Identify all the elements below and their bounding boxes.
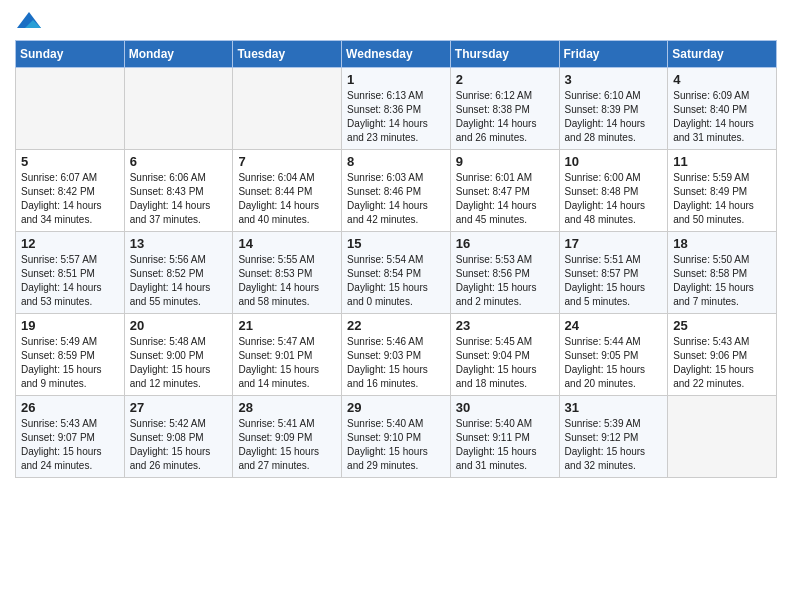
day-info: Sunrise: 5:49 AM Sunset: 8:59 PM Dayligh… <box>21 335 119 391</box>
day-number: 5 <box>21 154 119 169</box>
day-info: Sunrise: 5:44 AM Sunset: 9:05 PM Dayligh… <box>565 335 663 391</box>
day-info: Sunrise: 6:13 AM Sunset: 8:36 PM Dayligh… <box>347 89 445 145</box>
day-number: 21 <box>238 318 336 333</box>
day-number: 29 <box>347 400 445 415</box>
day-info: Sunrise: 5:53 AM Sunset: 8:56 PM Dayligh… <box>456 253 554 309</box>
day-number: 27 <box>130 400 228 415</box>
calendar-cell: 8Sunrise: 6:03 AM Sunset: 8:46 PM Daylig… <box>342 150 451 232</box>
day-number: 23 <box>456 318 554 333</box>
day-info: Sunrise: 5:43 AM Sunset: 9:07 PM Dayligh… <box>21 417 119 473</box>
calendar-cell: 13Sunrise: 5:56 AM Sunset: 8:52 PM Dayli… <box>124 232 233 314</box>
calendar-cell: 10Sunrise: 6:00 AM Sunset: 8:48 PM Dayli… <box>559 150 668 232</box>
calendar-cell: 18Sunrise: 5:50 AM Sunset: 8:58 PM Dayli… <box>668 232 777 314</box>
calendar-table: SundayMondayTuesdayWednesdayThursdayFrid… <box>15 40 777 478</box>
day-info: Sunrise: 6:06 AM Sunset: 8:43 PM Dayligh… <box>130 171 228 227</box>
calendar-cell: 12Sunrise: 5:57 AM Sunset: 8:51 PM Dayli… <box>16 232 125 314</box>
day-info: Sunrise: 5:41 AM Sunset: 9:09 PM Dayligh… <box>238 417 336 473</box>
calendar-cell: 15Sunrise: 5:54 AM Sunset: 8:54 PM Dayli… <box>342 232 451 314</box>
day-number: 22 <box>347 318 445 333</box>
calendar-cell: 25Sunrise: 5:43 AM Sunset: 9:06 PM Dayli… <box>668 314 777 396</box>
day-number: 11 <box>673 154 771 169</box>
day-info: Sunrise: 5:40 AM Sunset: 9:10 PM Dayligh… <box>347 417 445 473</box>
calendar-cell: 5Sunrise: 6:07 AM Sunset: 8:42 PM Daylig… <box>16 150 125 232</box>
day-info: Sunrise: 5:56 AM Sunset: 8:52 PM Dayligh… <box>130 253 228 309</box>
logo-icon <box>15 10 43 32</box>
day-info: Sunrise: 5:50 AM Sunset: 8:58 PM Dayligh… <box>673 253 771 309</box>
day-number: 7 <box>238 154 336 169</box>
day-info: Sunrise: 6:07 AM Sunset: 8:42 PM Dayligh… <box>21 171 119 227</box>
day-number: 3 <box>565 72 663 87</box>
day-info: Sunrise: 5:51 AM Sunset: 8:57 PM Dayligh… <box>565 253 663 309</box>
weekday-header-wednesday: Wednesday <box>342 41 451 68</box>
day-info: Sunrise: 5:42 AM Sunset: 9:08 PM Dayligh… <box>130 417 228 473</box>
day-info: Sunrise: 6:01 AM Sunset: 8:47 PM Dayligh… <box>456 171 554 227</box>
day-info: Sunrise: 5:59 AM Sunset: 8:49 PM Dayligh… <box>673 171 771 227</box>
weekday-header-saturday: Saturday <box>668 41 777 68</box>
day-number: 8 <box>347 154 445 169</box>
day-info: Sunrise: 5:54 AM Sunset: 8:54 PM Dayligh… <box>347 253 445 309</box>
day-number: 20 <box>130 318 228 333</box>
day-info: Sunrise: 5:48 AM Sunset: 9:00 PM Dayligh… <box>130 335 228 391</box>
calendar-cell: 19Sunrise: 5:49 AM Sunset: 8:59 PM Dayli… <box>16 314 125 396</box>
day-number: 17 <box>565 236 663 251</box>
calendar-cell: 1Sunrise: 6:13 AM Sunset: 8:36 PM Daylig… <box>342 68 451 150</box>
calendar-cell: 21Sunrise: 5:47 AM Sunset: 9:01 PM Dayli… <box>233 314 342 396</box>
calendar-cell: 6Sunrise: 6:06 AM Sunset: 8:43 PM Daylig… <box>124 150 233 232</box>
day-number: 25 <box>673 318 771 333</box>
day-info: Sunrise: 5:47 AM Sunset: 9:01 PM Dayligh… <box>238 335 336 391</box>
page-header <box>15 10 777 32</box>
calendar-cell <box>124 68 233 150</box>
calendar-cell: 27Sunrise: 5:42 AM Sunset: 9:08 PM Dayli… <box>124 396 233 478</box>
day-number: 31 <box>565 400 663 415</box>
day-info: Sunrise: 6:09 AM Sunset: 8:40 PM Dayligh… <box>673 89 771 145</box>
calendar-cell: 3Sunrise: 6:10 AM Sunset: 8:39 PM Daylig… <box>559 68 668 150</box>
calendar-cell: 30Sunrise: 5:40 AM Sunset: 9:11 PM Dayli… <box>450 396 559 478</box>
day-info: Sunrise: 5:46 AM Sunset: 9:03 PM Dayligh… <box>347 335 445 391</box>
day-number: 18 <box>673 236 771 251</box>
day-number: 19 <box>21 318 119 333</box>
calendar-cell: 2Sunrise: 6:12 AM Sunset: 8:38 PM Daylig… <box>450 68 559 150</box>
weekday-header-monday: Monday <box>124 41 233 68</box>
calendar-cell: 9Sunrise: 6:01 AM Sunset: 8:47 PM Daylig… <box>450 150 559 232</box>
calendar-cell: 22Sunrise: 5:46 AM Sunset: 9:03 PM Dayli… <box>342 314 451 396</box>
day-info: Sunrise: 6:00 AM Sunset: 8:48 PM Dayligh… <box>565 171 663 227</box>
calendar-cell <box>668 396 777 478</box>
day-info: Sunrise: 6:03 AM Sunset: 8:46 PM Dayligh… <box>347 171 445 227</box>
day-number: 13 <box>130 236 228 251</box>
day-info: Sunrise: 5:40 AM Sunset: 9:11 PM Dayligh… <box>456 417 554 473</box>
logo <box>15 10 47 32</box>
day-info: Sunrise: 5:55 AM Sunset: 8:53 PM Dayligh… <box>238 253 336 309</box>
calendar-cell: 26Sunrise: 5:43 AM Sunset: 9:07 PM Dayli… <box>16 396 125 478</box>
day-info: Sunrise: 6:10 AM Sunset: 8:39 PM Dayligh… <box>565 89 663 145</box>
calendar-cell: 17Sunrise: 5:51 AM Sunset: 8:57 PM Dayli… <box>559 232 668 314</box>
calendar-cell: 24Sunrise: 5:44 AM Sunset: 9:05 PM Dayli… <box>559 314 668 396</box>
day-number: 1 <box>347 72 445 87</box>
day-number: 30 <box>456 400 554 415</box>
calendar-cell: 29Sunrise: 5:40 AM Sunset: 9:10 PM Dayli… <box>342 396 451 478</box>
day-info: Sunrise: 6:12 AM Sunset: 8:38 PM Dayligh… <box>456 89 554 145</box>
day-number: 10 <box>565 154 663 169</box>
day-info: Sunrise: 5:43 AM Sunset: 9:06 PM Dayligh… <box>673 335 771 391</box>
day-number: 9 <box>456 154 554 169</box>
day-number: 4 <box>673 72 771 87</box>
calendar-cell: 16Sunrise: 5:53 AM Sunset: 8:56 PM Dayli… <box>450 232 559 314</box>
calendar-cell: 23Sunrise: 5:45 AM Sunset: 9:04 PM Dayli… <box>450 314 559 396</box>
weekday-header-thursday: Thursday <box>450 41 559 68</box>
calendar-cell <box>233 68 342 150</box>
calendar-cell: 14Sunrise: 5:55 AM Sunset: 8:53 PM Dayli… <box>233 232 342 314</box>
day-number: 14 <box>238 236 336 251</box>
day-number: 12 <box>21 236 119 251</box>
day-number: 2 <box>456 72 554 87</box>
day-number: 26 <box>21 400 119 415</box>
calendar-cell: 28Sunrise: 5:41 AM Sunset: 9:09 PM Dayli… <box>233 396 342 478</box>
calendar-cell: 20Sunrise: 5:48 AM Sunset: 9:00 PM Dayli… <box>124 314 233 396</box>
day-info: Sunrise: 6:04 AM Sunset: 8:44 PM Dayligh… <box>238 171 336 227</box>
weekday-header-sunday: Sunday <box>16 41 125 68</box>
calendar-cell: 7Sunrise: 6:04 AM Sunset: 8:44 PM Daylig… <box>233 150 342 232</box>
day-number: 15 <box>347 236 445 251</box>
day-info: Sunrise: 5:45 AM Sunset: 9:04 PM Dayligh… <box>456 335 554 391</box>
calendar-cell: 31Sunrise: 5:39 AM Sunset: 9:12 PM Dayli… <box>559 396 668 478</box>
day-number: 24 <box>565 318 663 333</box>
day-info: Sunrise: 5:39 AM Sunset: 9:12 PM Dayligh… <box>565 417 663 473</box>
day-number: 6 <box>130 154 228 169</box>
